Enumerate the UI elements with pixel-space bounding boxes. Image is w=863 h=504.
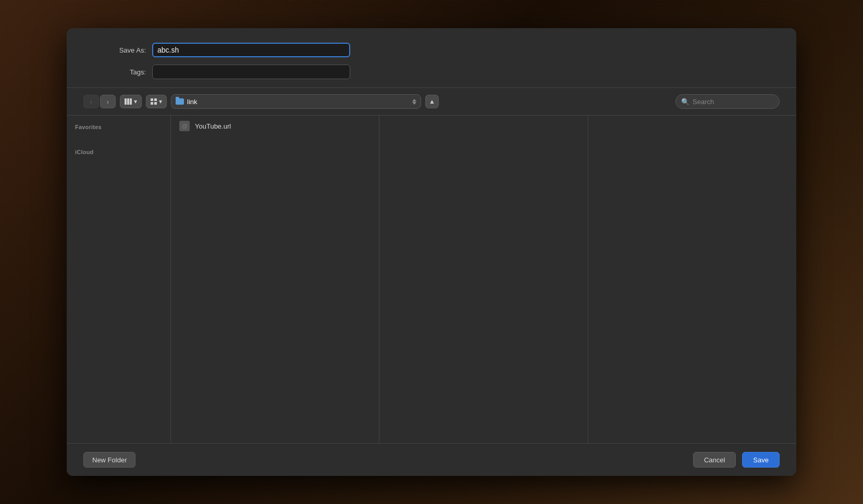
sidebar: Favorites iCloud [67,116,171,443]
location-bar[interactable]: link [171,94,421,109]
save-dialog: Save As: Tags: ‹ › ▾ ▾ [67,28,796,476]
icloud-label: iCloud [67,149,170,155]
expand-icon: ▲ [429,98,435,105]
file-name-youtube: YouTube.url [195,122,231,130]
bottom-bar: New Folder Cancel Save [67,443,796,476]
forward-icon: › [107,98,109,106]
sidebar-item-icloud[interactable] [69,158,168,163]
arrow-down-icon [412,102,416,105]
grid-view-chevron: ▾ [159,98,162,105]
search-icon: 🔍 [681,98,689,106]
file-column-1: YouTube.url [171,116,379,443]
file-column-3 [588,116,796,443]
nav-group: ‹ › [83,95,116,108]
search-input[interactable] [693,98,766,106]
file-browser: YouTube.url [171,116,796,443]
save-as-label: Save As: [83,46,146,54]
favorites-label: Favorites [67,124,170,130]
arrow-up-icon [412,99,416,102]
right-buttons: Cancel Save [693,452,780,468]
cancel-button[interactable]: Cancel [693,452,736,468]
search-box: 🔍 [675,94,780,109]
back-icon: ‹ [90,98,92,106]
tags-input[interactable] [152,65,350,79]
tags-row: Tags: [83,65,780,79]
folder-icon [176,98,184,105]
save-as-input[interactable] [152,43,350,57]
form-section: Save As: Tags: [67,28,796,88]
tags-label: Tags: [83,68,146,76]
grid-view-button[interactable]: ▾ [146,95,167,108]
toolbar: ‹ › ▾ ▾ link ▲ [67,88,796,115]
grid-view-icon [151,98,157,105]
columns-view-chevron: ▾ [134,98,137,105]
back-button[interactable]: ‹ [83,95,99,108]
save-button[interactable]: Save [742,452,780,468]
file-item-youtube[interactable]: YouTube.url [171,118,379,134]
expand-button[interactable]: ▲ [425,95,439,108]
file-column-2 [379,116,588,443]
save-as-row: Save As: [83,43,780,57]
location-text: link [187,98,409,106]
new-folder-button[interactable]: New Folder [83,452,135,468]
forward-button[interactable]: › [100,95,116,108]
url-file-icon [179,121,190,131]
columns-view-icon [125,98,132,105]
main-content: Favorites iCloud YouTube.url [67,115,796,443]
location-arrows [412,99,416,105]
columns-view-button[interactable]: ▾ [120,95,142,108]
